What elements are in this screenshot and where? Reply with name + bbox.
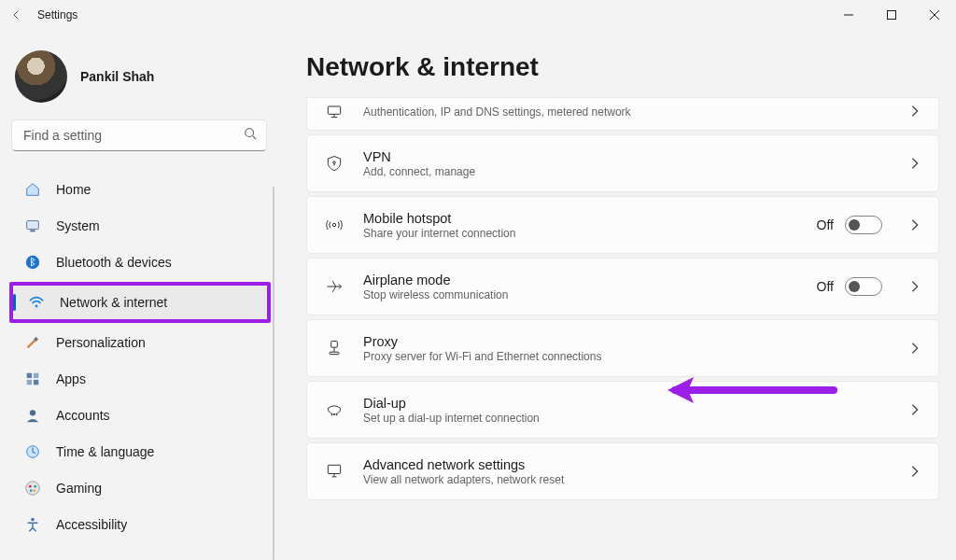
sidebar-item-label: Accounts — [56, 408, 110, 423]
svg-rect-8 — [34, 373, 38, 378]
svg-point-15 — [34, 485, 36, 488]
sidebar-item-label: Accessibility — [56, 517, 127, 532]
card-text: Airplane mode Stop wireless communicatio… — [363, 273, 798, 301]
search-icon — [244, 127, 257, 144]
card-text: Mobile hotspot Share your internet conne… — [363, 211, 798, 240]
highlight-network-internet: Network & internet — [9, 282, 271, 323]
sidebar-item-label: Time & language — [56, 444, 154, 459]
airplane-icon — [324, 277, 344, 296]
card-subtitle: Share your internet connection — [363, 227, 798, 240]
airplane-toggle[interactable] — [845, 277, 882, 296]
svg-point-25 — [333, 413, 334, 414]
page-title: Network & internet — [306, 52, 939, 82]
svg-point-11 — [30, 410, 35, 415]
card-title: Dial-up — [363, 396, 882, 411]
card-mobile-hotspot[interactable]: Mobile hotspot Share your internet conne… — [306, 196, 939, 254]
bluetooth-icon — [24, 254, 41, 271]
close-icon — [930, 7, 939, 23]
svg-point-18 — [31, 518, 35, 522]
search-input[interactable] — [23, 128, 244, 143]
main-panel: Network & internet Authentication, IP an… — [278, 30, 956, 560]
accessibility-icon — [24, 516, 41, 533]
card-vpn[interactable]: VPN Add, connect, manage — [306, 134, 939, 192]
sidebar-item-system[interactable]: System — [9, 209, 271, 243]
ethernet-icon — [324, 102, 344, 120]
chevron-right-icon — [910, 342, 923, 355]
dialup-icon — [324, 400, 344, 419]
chevron-right-icon — [910, 157, 923, 170]
chevron-right-icon — [910, 105, 923, 118]
card-title: Mobile hotspot — [363, 211, 798, 226]
hotspot-toggle[interactable] — [845, 216, 882, 234]
card-text: Advanced network settings View all netwo… — [363, 457, 882, 486]
svg-point-17 — [33, 489, 35, 492]
toggle-state: Off — [817, 217, 834, 232]
back-arrow-icon[interactable] — [11, 9, 22, 21]
card-subtitle: Stop wireless communication — [363, 288, 798, 301]
minimize-icon — [844, 7, 853, 23]
sidebar-item-label: Apps — [56, 371, 86, 386]
card-title: Advanced network settings — [363, 457, 882, 472]
sidebar-item-gaming[interactable]: Gaming — [9, 471, 271, 505]
sidebar-item-accessibility[interactable]: Accessibility — [9, 508, 271, 541]
close-button[interactable] — [913, 0, 956, 30]
card-title: Proxy — [363, 334, 882, 349]
svg-rect-23 — [330, 352, 339, 355]
profile-name: Pankil Shah — [80, 69, 154, 84]
card-text: VPN Add, connect, manage — [363, 149, 882, 178]
toggle-group: Off — [817, 277, 882, 296]
search-box[interactable] — [11, 119, 267, 151]
toggle-state: Off — [817, 279, 834, 294]
chevron-right-icon — [910, 465, 923, 478]
settings-cards: Authentication, IP and DNS settings, met… — [306, 97, 939, 500]
sidebar-item-bluetooth[interactable]: Bluetooth & devices — [9, 245, 271, 279]
card-subtitle: Add, connect, manage — [363, 165, 882, 178]
toggle-group: Off — [817, 216, 882, 234]
sidebar-item-accounts[interactable]: Accounts — [9, 399, 271, 432]
card-text: Authentication, IP and DNS settings, met… — [363, 105, 882, 119]
sidebar-item-label: Personalization — [56, 335, 146, 350]
content-area: Pankil Shah Home System Bluetooth & devi… — [0, 30, 956, 560]
nav-list: Home System Bluetooth & devices Network … — [4, 166, 278, 541]
svg-point-26 — [336, 413, 337, 414]
sidebar-item-time-language[interactable]: Time & language — [9, 435, 271, 469]
sidebar-item-apps[interactable]: Apps — [9, 362, 271, 396]
hotspot-icon — [324, 216, 344, 234]
svg-rect-19 — [328, 106, 340, 114]
svg-point-5 — [35, 305, 38, 308]
proxy-icon — [324, 339, 344, 357]
svg-rect-3 — [30, 231, 35, 232]
sidebar-item-label: Bluetooth & devices — [56, 255, 172, 270]
svg-point-13 — [26, 482, 39, 495]
sidebar-item-label: Home — [56, 182, 91, 197]
home-icon — [24, 181, 41, 198]
sidebar-item-personalization[interactable]: Personalization — [9, 326, 271, 359]
sidebar-item-home[interactable]: Home — [9, 173, 271, 206]
title-bar: Settings — [0, 0, 956, 30]
card-advanced-network[interactable]: Advanced network settings View all netwo… — [306, 442, 939, 500]
card-dialup[interactable]: Dial-up Set up a dial-up internet connec… — [306, 381, 939, 439]
personalization-icon — [24, 334, 41, 351]
time-language-icon — [24, 443, 41, 460]
sidebar-item-network[interactable]: Network & internet — [13, 286, 267, 319]
svg-point-24 — [331, 413, 332, 414]
svg-rect-10 — [34, 380, 38, 385]
card-subtitle: Authentication, IP and DNS settings, met… — [363, 105, 882, 119]
sidebar-item-label: Gaming — [56, 481, 102, 496]
card-airplane-mode[interactable]: Airplane mode Stop wireless communicatio… — [306, 258, 939, 315]
card-ethernet[interactable]: Authentication, IP and DNS settings, met… — [306, 97, 939, 131]
advanced-icon — [324, 462, 344, 481]
profile-block[interactable]: Pankil Shah — [4, 37, 278, 119]
card-proxy[interactable]: Proxy Proxy server for Wi-Fi and Etherne… — [306, 319, 939, 377]
svg-point-4 — [26, 256, 39, 269]
sidebar: Pankil Shah Home System Bluetooth & devi… — [0, 30, 278, 560]
maximize-icon — [887, 7, 896, 23]
svg-point-21 — [332, 223, 335, 226]
svg-rect-0 — [888, 11, 896, 20]
sidebar-item-label: Network & internet — [60, 295, 167, 310]
system-icon — [24, 217, 41, 234]
minimize-button[interactable] — [827, 0, 870, 30]
card-text: Dial-up Set up a dial-up internet connec… — [363, 396, 882, 425]
maximize-button[interactable] — [870, 0, 913, 30]
sidebar-scrollbar[interactable] — [273, 187, 274, 560]
